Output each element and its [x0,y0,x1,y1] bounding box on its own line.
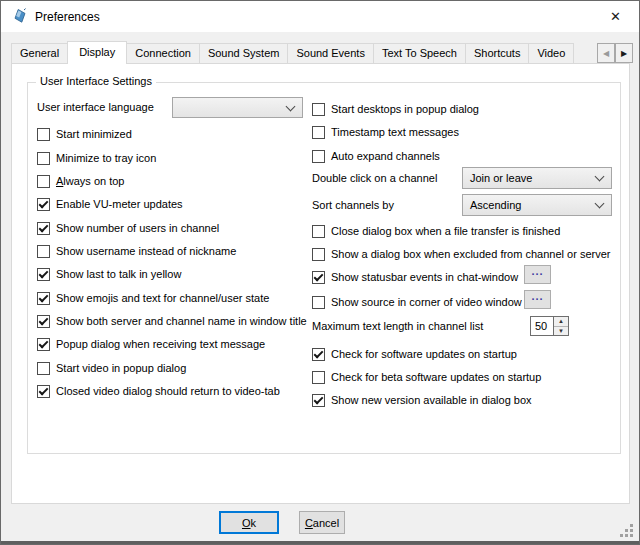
cancel-button[interactable]: Cancel [299,511,345,534]
checkbox[interactable] [312,371,325,384]
close-icon[interactable]: ✕ [593,2,638,31]
checkbox[interactable] [312,394,325,407]
checkbox[interactable] [37,385,50,398]
checkbox[interactable] [37,198,50,211]
double-click-label: Double click on a channel [312,170,437,186]
checkbox-auto-expand[interactable]: Auto expand channels [312,148,440,164]
chevron-down-icon [595,199,605,209]
spin-up-icon[interactable]: ▲ [554,317,568,327]
checkbox-desktops-popup[interactable]: Start desktops in popup dialog [312,101,479,117]
checkbox-show-user-count[interactable]: Show number of users in channel [37,220,219,236]
statusbar-events-more-button[interactable]: ... [524,265,551,284]
checkbox[interactable] [37,245,50,258]
tab-connection[interactable]: Connection [126,43,200,63]
tab-scroll-left-icon[interactable]: ◀ [597,43,615,63]
max-text-length-label: Maximum text length in channel list [312,318,483,334]
tab-general[interactable]: General [11,43,68,63]
language-label: User interface language [37,99,154,115]
checkbox-video-source-corner[interactable]: Show source in corner of video window [312,294,522,310]
checkbox-always-on-top[interactable]: Always on top [37,173,125,189]
checkbox-timestamp-messages[interactable]: Timestamp text messages [312,124,459,140]
checkbox-show-username[interactable]: Show username instead of nickname [37,243,236,259]
tab-video[interactable]: Video [528,43,574,63]
checkbox[interactable] [312,150,325,163]
spinner-buttons: ▲▼ [553,317,568,335]
preferences-dialog: Preferences ✕ General Display Connection… [0,0,640,545]
checkbox[interactable] [312,126,325,139]
checkbox[interactable] [37,292,50,305]
checkbox-start-minimized[interactable]: Start minimized [37,126,132,142]
checkbox[interactable] [37,268,50,281]
ok-button[interactable]: Ok [219,511,279,534]
tab-sound-events[interactable]: Sound Events [287,43,374,63]
checkbox-check-beta-updates[interactable]: Check for beta software updates on start… [312,369,541,385]
checkbox-check-updates[interactable]: Check for software updates on startup [312,346,517,362]
chevron-down-icon [286,101,296,111]
checkbox[interactable] [37,315,50,328]
resize-grip[interactable] [620,524,634,538]
checkbox[interactable] [37,175,50,188]
checkbox[interactable] [312,103,325,116]
checkbox[interactable] [312,225,325,238]
window-title: Preferences [35,10,100,24]
tab-scroll-right-icon[interactable]: ▶ [615,43,633,63]
checkbox[interactable] [312,248,325,261]
checkbox[interactable] [37,338,50,351]
language-combobox[interactable] [172,97,303,118]
title-bar: Preferences ✕ [1,1,639,32]
chevron-down-icon [595,172,605,182]
display-tab-page: User Interface Settings User interface l… [11,63,630,504]
checkbox[interactable] [312,348,325,361]
checkbox-show-emojis[interactable]: Show emojis and text for channel/user st… [37,290,269,306]
checkbox-new-version-dialog[interactable]: Show new version available in dialog box [312,392,532,408]
tab-shortcuts[interactable]: Shortcuts [465,43,529,63]
checkbox[interactable] [37,128,50,141]
checkbox-closed-video-return[interactable]: Closed video dialog should return to vid… [37,383,280,399]
tab-sound-system[interactable]: Sound System [199,43,289,63]
checkbox[interactable] [37,222,50,235]
sort-channels-label: Sort channels by [312,197,394,213]
checkbox-last-to-talk[interactable]: Show last to talk in yellow [37,266,181,282]
checkbox[interactable] [37,152,50,165]
spin-down-icon[interactable]: ▼ [554,327,568,336]
max-text-length-spinner[interactable]: 50 ▲▼ [530,316,569,336]
checkbox-video-popup[interactable]: Start video in popup dialog [37,360,186,376]
tab-text-to-speech[interactable]: Text To Speech [373,43,466,63]
checkbox[interactable] [312,296,325,309]
app-icon [12,8,28,24]
checkbox-minimize-to-tray[interactable]: Minimize to tray icon [37,150,156,166]
checkbox[interactable] [312,271,325,284]
sort-channels-combobox[interactable]: Ascending [462,194,612,216]
checkbox[interactable] [37,362,50,375]
tab-bar: General Display Connection Sound System … [11,41,632,64]
checkbox-excluded-dialog[interactable]: Show a dialog box when excluded from cha… [312,246,610,262]
checkbox-server-channel-title[interactable]: Show both server and channel name in win… [37,313,307,329]
checkbox-vu-meter-updates[interactable]: Enable VU-meter updates [37,196,183,212]
group-title: User Interface Settings [36,75,156,87]
checkbox-popup-text-message[interactable]: Popup dialog when receiving text message [37,336,265,352]
spinner-value[interactable]: 50 [531,317,553,335]
video-source-more-button[interactable]: ... [524,290,551,309]
tab-display[interactable]: Display [67,41,127,64]
double-click-combobox[interactable]: Join or leave [462,167,612,189]
checkbox-close-on-transfer[interactable]: Close dialog box when a file transfer is… [312,223,560,239]
checkbox-statusbar-events[interactable]: Show statusbar events in chat-window [312,269,518,285]
